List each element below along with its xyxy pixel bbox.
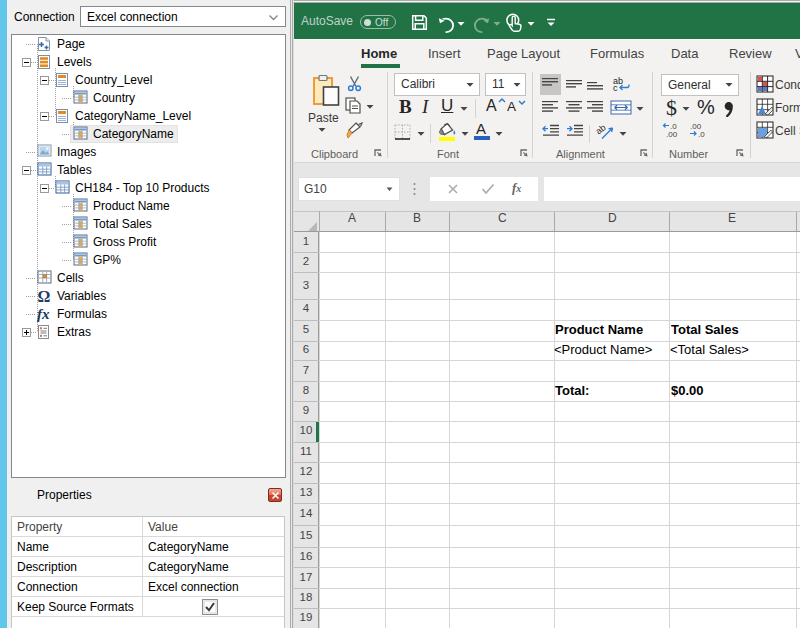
svg-text:A: A [486,97,497,114]
svg-text:.00: .00 [666,130,678,138]
svg-text:Ω: Ω [38,288,51,304]
svg-text:c: c [613,83,618,91]
svg-text:A: A [476,120,486,137]
svg-text:fx: fx [37,306,50,322]
svg-text:.0: .0 [698,130,705,138]
svg-text:A: A [507,99,516,114]
